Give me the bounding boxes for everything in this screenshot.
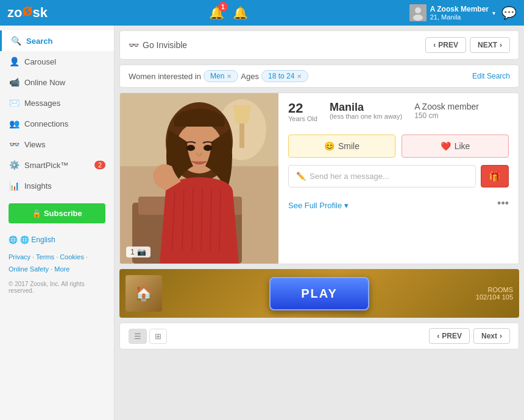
filter-tag-gender[interactable]: Men ✕ bbox=[204, 70, 238, 82]
remove-gender-filter-icon[interactable]: ✕ bbox=[227, 73, 232, 80]
remove-age-filter-icon[interactable]: ✕ bbox=[297, 73, 302, 80]
sidebar-item-label: Carousel bbox=[24, 57, 56, 66]
go-invisible-button[interactable]: 👓 Go Invisible bbox=[129, 40, 187, 50]
svg-point-2 bbox=[413, 15, 423, 21]
sidebar-item-views[interactable]: 👓 Views bbox=[0, 134, 114, 155]
city-sub: (less than one km away) bbox=[330, 113, 402, 120]
go-invisible-label: Go Invisible bbox=[143, 40, 187, 50]
filter-gender-label: Men bbox=[210, 72, 224, 80]
logo-text: zo bbox=[7, 5, 22, 21]
glasses-icon: 👓 bbox=[129, 40, 139, 50]
sidebar-item-messages[interactable]: ✉️ Messages bbox=[0, 93, 114, 113]
copyright: © 2017 Zoosk, Inc. All rights reserved. bbox=[0, 278, 114, 296]
bottom-bar: ☰ ⊞ ‹ PREV Next › bbox=[119, 323, 519, 349]
next-button-top[interactable]: NEXT › bbox=[470, 37, 510, 53]
notifications-icon-wrap[interactable]: 🔔 1 bbox=[209, 5, 224, 20]
photo-count: 1 📷 bbox=[126, 247, 150, 257]
alerts-icon-wrap[interactable]: 🔔 bbox=[233, 5, 248, 20]
views-icon: 👓 bbox=[9, 139, 19, 149]
ad-play-button[interactable]: PLAY bbox=[269, 277, 369, 310]
message-input[interactable]: ✏️ Send her a message... bbox=[288, 165, 476, 187]
list-view-button[interactable]: ☰ bbox=[129, 329, 147, 344]
language-label: 🌐 English bbox=[20, 236, 55, 244]
messages-icon[interactable]: 💬 bbox=[501, 5, 517, 20]
more-options-button[interactable]: ••• bbox=[497, 197, 509, 210]
smile-emoji-icon: 😊 bbox=[324, 141, 335, 151]
next-chevron-icon: › bbox=[500, 41, 502, 49]
sidebar-item-search[interactable]: 🔍 Search bbox=[0, 30, 114, 51]
svg-point-1 bbox=[415, 7, 421, 13]
grid-view-button[interactable]: ⊞ bbox=[149, 329, 167, 344]
sidebar-item-insights[interactable]: 📊 Insights bbox=[0, 175, 114, 196]
carousel-icon: 👤 bbox=[9, 57, 19, 66]
profile-photo-wrap[interactable]: 1 📷 bbox=[120, 93, 278, 264]
sidebar-item-label: Views bbox=[24, 140, 45, 149]
sidebar-item-label: Search bbox=[26, 37, 52, 46]
member-label: A Zoosk member bbox=[414, 102, 479, 111]
sidebar-item-carousel[interactable]: 👤 Carousel bbox=[0, 51, 114, 72]
see-full-profile-link[interactable]: See Full Profile ▾ bbox=[288, 201, 349, 210]
nav-right: A Zoosk Member 21, Manila ▾ 💬 bbox=[409, 4, 517, 21]
more-link[interactable]: More bbox=[54, 265, 69, 273]
like-button[interactable]: ❤️ Like bbox=[402, 135, 509, 158]
sidebar-item-label: SmartPick™ bbox=[24, 161, 68, 170]
next-label-bottom: Next bbox=[481, 332, 497, 340]
message-row: ✏️ Send her a message... 🎁 bbox=[288, 165, 509, 187]
app-logo[interactable]: zoøsk bbox=[7, 5, 48, 21]
sidebar: 🔍 Search 👤 Carousel 📹 Online Now ✉️ Mess… bbox=[0, 26, 115, 420]
profile-details: 22 Years Old Manila (less than one km aw… bbox=[278, 93, 519, 264]
list-view-icon: ☰ bbox=[134, 332, 141, 341]
smartpick-badge: 2 bbox=[94, 161, 105, 169]
language-selector[interactable]: 🌐 🌐 English bbox=[0, 231, 114, 249]
filter-bar: Women interested in Men ✕ Ages 18 to 24 … bbox=[119, 65, 519, 88]
filter-tag-age[interactable]: 18 to 24 ✕ bbox=[261, 70, 308, 82]
photo-count-number: 1 bbox=[130, 248, 135, 256]
user-location: 21, Manila bbox=[430, 13, 489, 21]
svg-point-18 bbox=[186, 145, 195, 151]
smile-button[interactable]: 😊 Smile bbox=[288, 135, 395, 158]
main-content: 👓 Go Invisible ‹ PREV NEXT › Women inter… bbox=[115, 26, 524, 420]
profile-card: 1 📷 22 Years Old Manila (less than one k… bbox=[119, 93, 519, 264]
logo-text2: sk bbox=[33, 5, 48, 21]
smartpick-icon: ⚙️ bbox=[9, 160, 19, 170]
online-safety-link[interactable]: Online Safety bbox=[9, 265, 49, 273]
prev-chevron-bottom-icon: ‹ bbox=[437, 332, 439, 340]
prev-button-top[interactable]: ‹ PREV bbox=[425, 37, 466, 53]
notifications-badge: 1 bbox=[218, 2, 228, 12]
gift-icon: 🎁 bbox=[489, 170, 501, 182]
city-stat: Manila (less than one km away) bbox=[330, 102, 402, 122]
subscribe-button[interactable]: 🔒 Subscribe bbox=[9, 203, 105, 223]
sidebar-item-smartpick[interactable]: ⚙️ SmartPick™ 2 bbox=[0, 155, 114, 175]
sidebar-item-online-now[interactable]: 📹 Online Now bbox=[0, 72, 114, 93]
sidebar-item-label: Messages bbox=[24, 99, 60, 108]
sidebar-item-connections[interactable]: 👥 Connections bbox=[0, 113, 114, 134]
user-info[interactable]: A Zoosk Member 21, Manila ▾ bbox=[409, 4, 495, 21]
height-label: 150 cm bbox=[414, 111, 479, 120]
ad-left-decoration: 🏠 bbox=[126, 275, 162, 312]
filter-ages-label: Ages bbox=[241, 72, 259, 81]
like-label: Like bbox=[455, 141, 470, 151]
gift-button[interactable]: 🎁 bbox=[481, 165, 509, 187]
see-full-profile-label: See Full Profile bbox=[288, 201, 342, 210]
pencil-icon: ✏️ bbox=[296, 172, 306, 181]
age-stat: 22 Years Old bbox=[288, 102, 317, 122]
filter-left: Women interested in Men ✕ Ages 18 to 24 … bbox=[129, 70, 308, 82]
profile-stats: 22 Years Old Manila (less than one km aw… bbox=[288, 102, 509, 122]
svg-rect-7 bbox=[239, 124, 244, 148]
prev-button-bottom[interactable]: ‹ PREV bbox=[429, 328, 470, 344]
svg-marker-6 bbox=[233, 105, 251, 124]
alerts-icon: 🔔 bbox=[233, 6, 248, 19]
terms-link[interactable]: Terms bbox=[36, 253, 54, 261]
sidebar-item-label: Connections bbox=[24, 119, 68, 128]
sidebar-item-label: Insights bbox=[24, 181, 52, 191]
member-stat: A Zoosk member 150 cm bbox=[414, 102, 479, 122]
cookies-link[interactable]: Cookies bbox=[60, 253, 84, 261]
privacy-link[interactable]: Privacy bbox=[9, 253, 30, 261]
next-label-top: NEXT bbox=[478, 41, 497, 49]
action-buttons: 😊 Smile ❤️ Like bbox=[288, 135, 509, 158]
edit-search-link[interactable]: Edit Search bbox=[472, 72, 510, 80]
prev-next-bottom: ‹ PREV Next › bbox=[429, 328, 510, 344]
ad-banner[interactable]: 🏠 PLAY ROOMS102/104 105 bbox=[119, 269, 519, 318]
next-button-bottom[interactable]: Next › bbox=[473, 328, 510, 344]
ad-right-decoration: ROOMS102/104 105 bbox=[476, 286, 513, 301]
